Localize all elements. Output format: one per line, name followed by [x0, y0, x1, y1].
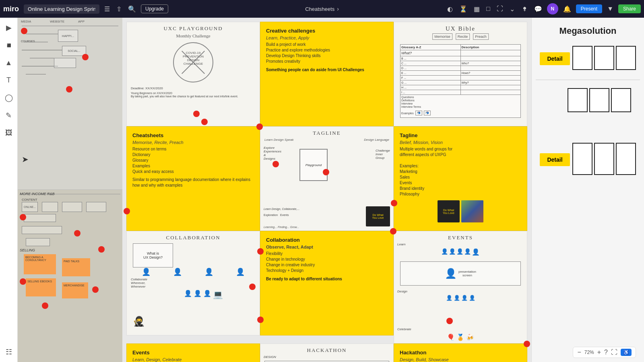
ux-bible-label: UX Bible: [446, 25, 475, 32]
zoom-in-button[interactable]: +: [597, 349, 601, 356]
wireframe-box-2b: [589, 88, 609, 112]
left-sidebar: ▶ ◾ ▲ T ◯ ✎ 🖼 ☷: [0, 18, 18, 362]
pen-tool-icon[interactable]: ✎: [3, 109, 14, 122]
wireframe-box-3a: [572, 143, 592, 175]
canvas: HAPPI... SOCIAL... MEDIA WEBSITE APP COU…: [18, 18, 644, 362]
cell-tagline-sketch: TAGLINE Learn Design Speak Design Langua…: [260, 126, 394, 231]
timer-icon[interactable]: ⏳: [458, 4, 469, 14]
cell-tagline-yellow: Tagline Belief, Mission, Vision Multiple…: [394, 126, 527, 231]
megasolution-title: Megasolution: [559, 26, 617, 36]
collaboration-title: Collaboration: [266, 237, 388, 243]
red-dot-4: [20, 214, 26, 220]
accessibility-button[interactable]: ♿: [621, 349, 632, 356]
cell-ux-bible-sketch: UX Bible Memorise Recite Preach Glossary…: [394, 22, 527, 126]
hamburger-icon[interactable]: ☰: [103, 4, 111, 14]
red-dot-8: [92, 286, 99, 293]
wireframe-box-3c: [616, 143, 636, 175]
red-dot-7: [20, 278, 26, 285]
hand-tool-icon[interactable]: ◾: [2, 39, 16, 52]
comment-icon[interactable]: 💬: [533, 4, 544, 14]
doc-title-input[interactable]: [24, 4, 99, 14]
cheatsheets-title: Cheatsheets: [132, 132, 254, 138]
creative-challenges-body: Build a project of work Practice and exp…: [266, 42, 388, 64]
bell-icon[interactable]: 🔔: [561, 4, 573, 14]
bottom-toolbar: − 72% + ? ⛶ ♿: [573, 347, 636, 358]
red-dot-9: [42, 302, 48, 309]
wireframe-group-2: [545, 88, 631, 114]
red-dot-uxc2: [201, 119, 208, 125]
help-button[interactable]: ?: [604, 349, 608, 356]
nav-arrow-icon[interactable]: ›: [337, 6, 339, 12]
upgrade-button[interactable]: Upgrade: [141, 4, 168, 13]
detail-button-1[interactable]: Detail: [540, 52, 570, 65]
red-dot-cheatsheets2: [124, 208, 130, 214]
wireframe-group-3: Detail: [540, 143, 636, 177]
detail-button-2[interactable]: Detail: [540, 153, 570, 166]
cheatsheets-nav-label[interactable]: Cheatsheets: [305, 6, 334, 12]
zoom-level-display: 72%: [584, 350, 594, 355]
wireframes-3: [572, 143, 636, 175]
collaboration-sketch-label: COLLABORATION: [166, 234, 220, 241]
table-icon[interactable]: ▦: [472, 4, 481, 14]
cheatsheets-subtitle: Memorise, Recite, Preach: [132, 140, 254, 145]
clock-icon[interactable]: ◐: [446, 4, 454, 14]
cell-creative-challenges: Creative challenges Learn, Practice, App…: [260, 22, 394, 126]
top-center-nav: Cheatsheets ›: [305, 6, 339, 12]
canvas-cursor: ➤: [22, 154, 29, 164]
wireframe-box-1c: [616, 46, 636, 70]
shape-tool-icon[interactable]: ◯: [2, 91, 15, 105]
image-tool-icon[interactable]: 🖼: [3, 126, 15, 140]
tagline-body: Multiple words and groups for different …: [400, 146, 521, 197]
hackathon-sketch-label: HACKATHON: [307, 347, 347, 354]
events-title: Events: [132, 350, 254, 356]
sticky-icon[interactable]: □: [485, 4, 492, 14]
cheatsheets-extra: Similar to programming language document…: [132, 177, 254, 188]
card-grid: UXC PLAYGROUND Monthly Challenge COVID-1…: [122, 18, 531, 362]
text-tool-icon[interactable]: T: [4, 74, 13, 87]
more-options-icon[interactable]: ⌄: [508, 4, 516, 14]
sticky-note-icon[interactable]: ▲: [3, 56, 15, 70]
red-dot-collab-yellow2: [257, 248, 264, 255]
red-dot-collab-yellow3: [257, 317, 264, 323]
cell-cheatsheets: Cheatsheets Memorise, Recite, Preach Res…: [126, 126, 260, 231]
cell-hackathon-sketch: HACKATHON DESIGN 👤 👤 💻 👤 Build 💻 💻: [260, 343, 394, 362]
cheatsheets-body: Resource on terms Dictionary Glossary Ex…: [132, 146, 254, 175]
red-dot-1: [21, 28, 27, 34]
search-icon[interactable]: 🔍: [126, 4, 138, 14]
cell-collaboration-yellow: Collaboration Observe, React, Adapt Flex…: [260, 231, 394, 343]
cell-events-yellow: Events Learn, Design, Celebrate Explore …: [126, 343, 260, 362]
red-dot-6: [98, 246, 105, 253]
collaboration-body: Flexibility Change in technology Change …: [266, 251, 388, 274]
present-button[interactable]: Present: [576, 4, 602, 13]
wireframes-1: [572, 46, 636, 70]
grid-area[interactable]: UXC PLAYGROUND Monthly Challenge COVID-1…: [122, 18, 531, 362]
cursor-icon[interactable]: ⧭: [520, 4, 529, 14]
creative-challenges-bold: Something people can do aside from UI Ch…: [266, 68, 388, 72]
events-sketch-label: EVENTS: [448, 234, 473, 241]
red-dot-tagline1: [272, 161, 279, 167]
fullscreen-icon[interactable]: ⛶: [495, 4, 505, 14]
grid-tool-icon[interactable]: ☷: [3, 345, 14, 359]
cursor-tool-icon[interactable]: ▶: [4, 21, 14, 35]
cell-collaboration-sketch: COLLABORATION What isUX Design? 👤 👤 👤 👤 …: [126, 231, 260, 343]
monthly-challenge-label: Monthly Challenge: [176, 33, 210, 38]
fit-button[interactable]: ⛶: [611, 349, 617, 356]
zoom-out-button[interactable]: −: [577, 349, 581, 356]
red-dot-cheatsheets: [256, 123, 263, 130]
red-dot-uxc: [193, 111, 200, 117]
red-dot-collab-yellow: [390, 228, 396, 234]
present-arrow-icon[interactable]: ▼: [605, 4, 615, 14]
cell-uxc-sketch: UXC PLAYGROUND Monthly Challenge COVID-1…: [126, 22, 260, 126]
share-board-icon[interactable]: ⇧: [115, 4, 123, 14]
creative-challenges-title: Creative challenges: [266, 28, 388, 34]
share-button[interactable]: Share: [618, 4, 641, 13]
events-subtitle: Learn, Design, Celebrate: [132, 357, 254, 362]
red-dot-hackathon-yellow: [524, 341, 530, 347]
uxc-playground-label: UXC PLAYGROUND: [163, 25, 223, 32]
hackathon-title: Hackathon: [400, 350, 521, 356]
design-sketch-label: DESIGN: [264, 355, 276, 359]
red-dot-5: [74, 230, 80, 237]
avatar: N: [547, 3, 558, 14]
hackathon-subtitle: Design, Build, Showcase: [400, 357, 521, 362]
right-panel: Megasolution Detail Detail: [531, 18, 644, 362]
